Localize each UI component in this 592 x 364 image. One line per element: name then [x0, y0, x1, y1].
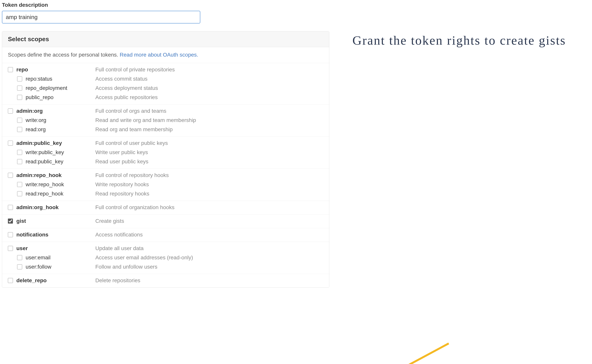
scope-name: read:repo_hook	[26, 191, 95, 197]
scope-desc: Full control of user public keys	[95, 140, 168, 146]
scope-name: write:repo_hook	[26, 182, 95, 188]
scope-desc: Access commit status	[95, 76, 147, 82]
scope-desc: Read and write org and team membership	[95, 117, 196, 123]
scope-name: repo:status	[26, 76, 95, 82]
scope-desc: Update all user data	[95, 245, 144, 251]
scope-desc: Write repository hooks	[95, 182, 149, 188]
scope-row: user:followFollow and unfollow users	[8, 262, 323, 272]
scope-checkbox-repo-deployment[interactable]	[17, 86, 22, 91]
scopes-intro: Scopes define the access for personal to…	[2, 47, 329, 63]
scope-row: repo_deploymentAccess deployment status	[8, 84, 323, 93]
scope-group: notificationsAccess notifications	[2, 228, 329, 242]
scope-checkbox-repo[interactable]	[8, 67, 13, 72]
scope-checkbox-admin-org[interactable]	[8, 109, 13, 114]
scope-name: gist	[16, 218, 95, 224]
scope-name: repo_deployment	[26, 85, 95, 91]
scope-row: write:repo_hookWrite repository hooks	[8, 180, 323, 189]
scope-checkbox-user-email[interactable]	[17, 255, 22, 260]
scope-name: admin:public_key	[16, 140, 95, 146]
scope-row: admin:org_hookFull control of organizati…	[8, 203, 323, 212]
scope-name: read:public_key	[26, 159, 95, 165]
scope-checkbox-admin-repo-hook[interactable]	[8, 173, 13, 178]
scope-desc: Read user public keys	[95, 159, 148, 165]
scope-group: userUpdate all user datauser:emailAccess…	[2, 242, 329, 274]
scope-checkbox-repo-status[interactable]	[17, 76, 22, 81]
scope-desc: Read org and team membership	[95, 126, 173, 133]
scope-checkbox-read-public-key[interactable]	[17, 159, 22, 164]
scope-name: delete_repo	[16, 277, 95, 284]
scope-checkbox-write-public-key[interactable]	[17, 150, 22, 155]
scope-checkbox-public-repo[interactable]	[17, 95, 22, 100]
scope-desc: Follow and unfollow users	[95, 264, 157, 270]
scope-group: repoFull control of private repositories…	[2, 63, 329, 104]
scope-row: repo:statusAccess commit status	[8, 74, 323, 84]
scope-name: admin:org_hook	[16, 204, 95, 210]
scope-checkbox-admin-public-key[interactable]	[8, 141, 13, 146]
scope-row: read:repo_hookRead repository hooks	[8, 189, 323, 198]
scope-row: delete_repoDelete repositories	[8, 276, 323, 285]
scope-checkbox-gist[interactable]	[8, 219, 13, 224]
scope-checkbox-read-org[interactable]	[17, 127, 22, 132]
scope-row: public_repoAccess public repositories	[8, 93, 323, 102]
scope-desc: Full control of private repositories	[95, 67, 175, 73]
scope-checkbox-user-follow[interactable]	[17, 264, 22, 269]
token-description-input[interactable]	[2, 11, 200, 23]
scope-name: notifications	[16, 232, 95, 238]
scope-row: write:orgRead and write org and team mem…	[8, 116, 323, 125]
scope-row: userUpdate all user data	[8, 244, 323, 253]
scope-name: user:follow	[26, 264, 95, 270]
scope-name: repo	[16, 67, 95, 73]
scope-checkbox-admin-org-hook[interactable]	[8, 205, 13, 210]
scope-desc: Full control of repository hooks	[95, 172, 169, 178]
scope-row: admin:public_keyFull control of user pub…	[8, 138, 323, 148]
scope-group: admin:orgFull control of orgs and teamsw…	[2, 104, 329, 136]
scope-desc: Full control of orgs and teams	[95, 108, 166, 114]
annotation-arrow	[2, 288, 592, 364]
scope-name: write:public_key	[26, 149, 95, 156]
scope-desc: Write user public keys	[95, 149, 148, 156]
select-scopes-panel: Select scopes Scopes define the access f…	[2, 31, 329, 288]
scope-name: user	[16, 245, 95, 251]
scope-checkbox-write-repo-hook[interactable]	[17, 182, 22, 187]
scope-row: read:public_keyRead user public keys	[8, 157, 323, 166]
scope-name: user:email	[26, 254, 95, 261]
scope-desc: Access deployment status	[95, 85, 158, 91]
scope-row: read:orgRead org and team membership	[8, 125, 323, 134]
scope-row: user:emailAccess user email addresses (r…	[8, 253, 323, 262]
scope-row: repoFull control of private repositories	[8, 65, 323, 74]
scope-row: gistCreate gists	[8, 216, 323, 226]
scope-group: delete_repoDelete repositories	[2, 274, 329, 287]
scope-name: write:org	[26, 117, 95, 123]
scope-name: public_repo	[26, 94, 95, 100]
scope-desc: Access notifications	[95, 232, 143, 238]
scope-row: notificationsAccess notifications	[8, 230, 323, 239]
annotation-region: Grant the token rights to create gists	[353, 2, 584, 50]
scope-desc: Full control of organization hooks	[95, 204, 174, 210]
scope-group: admin:org_hookFull control of organizati…	[2, 201, 329, 214]
scope-row: admin:orgFull control of orgs and teams	[8, 106, 323, 116]
scope-desc: Read repository hooks	[95, 191, 149, 197]
token-description-label: Token description	[2, 2, 329, 8]
scope-name: admin:repo_hook	[16, 172, 95, 178]
svg-line-1	[40, 343, 449, 364]
scope-checkbox-notifications[interactable]	[8, 232, 13, 237]
scope-desc: Delete repositories	[95, 277, 140, 284]
scope-group: admin:repo_hookFull control of repositor…	[2, 169, 329, 201]
oauth-scopes-link[interactable]: Read more about OAuth scopes.	[120, 52, 198, 58]
scope-row: admin:repo_hookFull control of repositor…	[8, 171, 323, 180]
annotation-text: Grant the token rights to create gists	[353, 31, 584, 50]
scope-row: write:public_keyWrite user public keys	[8, 148, 323, 157]
scope-checkbox-delete-repo[interactable]	[8, 278, 13, 283]
scope-checkbox-read-repo-hook[interactable]	[17, 191, 22, 196]
scope-desc: Create gists	[95, 218, 124, 224]
scope-desc: Access user email addresses (read-only)	[95, 254, 193, 261]
scope-name: read:org	[26, 126, 95, 133]
scope-checkbox-write-org[interactable]	[17, 118, 22, 123]
scope-group: admin:public_keyFull control of user pub…	[2, 136, 329, 169]
scope-group: gistCreate gists	[2, 214, 329, 228]
intro-text: Scopes define the access for personal to…	[8, 52, 120, 58]
scope-name: admin:org	[16, 108, 95, 114]
scope-desc: Access public repositories	[95, 94, 158, 100]
panel-title: Select scopes	[2, 31, 329, 47]
scope-checkbox-user[interactable]	[8, 246, 13, 251]
